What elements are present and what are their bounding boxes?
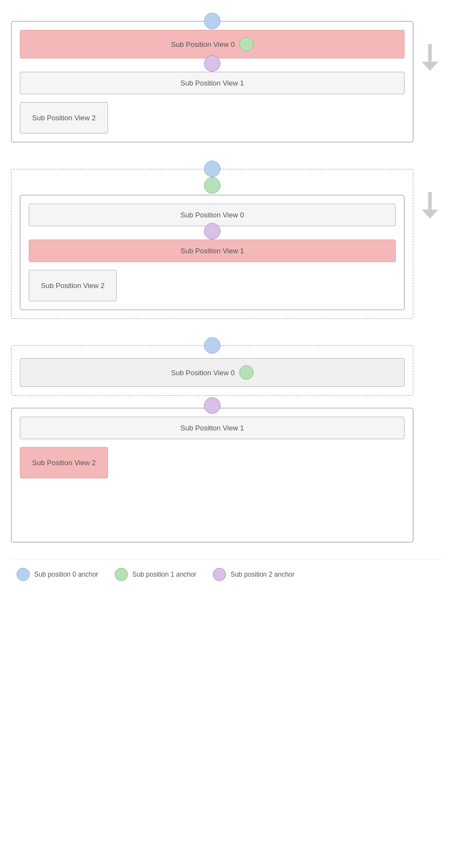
dashed-box-2: Sub Position View 0 Sub Position View 1 [11,169,413,319]
sub-view-2-3: Sub Position View 2 [20,447,108,478]
legend-circle-purple [213,568,226,581]
legend-circle-blue [17,568,30,581]
view0-text-3: Sub Position View 0 [171,369,234,377]
view0-text-2: Sub Position View 0 [180,211,244,219]
arrow-down-1 [419,44,441,72]
legend-item-2: Sub position 2 anchor [213,568,294,581]
anchor-purple-wrap-2 [29,231,396,237]
anchor-purple-spacer-3 [11,396,413,406]
view2-text-3: Sub Position View 2 [32,459,95,467]
green-anchor-spacer-2 [20,182,405,191]
inner-solid-box-2: Sub Position View 0 Sub Position View 1 [20,195,405,310]
view1-text-3: Sub Position View 1 [180,424,244,432]
top-spacer-2 [11,159,413,169]
legend-circle-green [115,568,128,581]
page-container: Sub Position View 0 Sub Position View 1 … [11,11,441,589]
legend-label-2: Sub position 2 anchor [230,571,294,578]
diagram-section-3: Sub Position View 0 Sub Position View 1 [11,336,441,542]
anchor-purple-2 [204,223,220,239]
view2-text-2: Sub Position View 2 [41,281,104,290]
anchor-green-inline-3 [239,365,254,380]
svg-marker-3 [422,210,438,219]
svg-marker-1 [422,62,438,71]
diagram-wrapper-2: Sub Position View 0 Sub Position View 1 [11,159,413,319]
sub-view-2-2: Sub Position View 2 [29,270,117,301]
legend-item-0: Sub position 0 anchor [17,568,98,581]
view1-text-2: Sub Position View 1 [180,247,244,255]
anchor-blue-3 [204,337,220,354]
sub-view-0-3: Sub Position View 0 [20,358,405,387]
svg-rect-0 [428,44,432,62]
legend-label-0: Sub position 0 anchor [34,571,98,578]
top-spacer-3 [11,336,413,345]
sub-view-1-2: Sub Position View 1 [29,239,396,262]
svg-rect-2 [428,192,432,210]
top-spacer-1 [11,11,413,21]
arrow-icon-1 [420,44,440,72]
anchor-blue-2 [204,161,220,177]
view0-label-row-1: Sub Position View 0 [27,37,397,51]
dashed-outer-2: Sub Position View 0 Sub Position View 1 [11,159,413,319]
anchor-green-2 [204,177,220,194]
anchor-green-inline-1 [239,37,254,51]
legend: Sub position 0 anchor Sub position 1 anc… [11,559,441,589]
arrow-down-2 [419,192,441,220]
view0-wrap-1: Sub Position View 0 [20,30,405,58]
sub-view-2-1: Sub Position View 2 [20,102,108,134]
diagram-section-2: Sub Position View 0 Sub Position View 1 [11,159,441,319]
diagram-wrapper-3: Sub Position View 0 Sub Position View 1 [11,336,413,542]
dashed-outer-3: Sub Position View 0 [11,336,413,396]
diagram-wrapper-1: Sub Position View 0 Sub Position View 1 … [11,11,413,142]
arrow-icon-2 [420,192,440,220]
bottom-spacer-3 [20,478,405,534]
anchor-purple-3 [204,397,220,414]
view1-text-1: Sub Position View 1 [180,79,244,87]
view2-text-1: Sub Position View 2 [32,114,95,122]
legend-label-1: Sub position 1 anchor [132,571,196,578]
view0-text-1: Sub Position View 0 [171,40,234,49]
legend-item-1: Sub position 1 anchor [115,568,196,581]
diagram-section-1: Sub Position View 0 Sub Position View 1 … [11,11,441,142]
anchor-purple-wrap-1 [20,63,405,70]
inner-solid-box-3: Sub Position View 1 Sub Position View 2 [11,408,413,542]
anchor-blue-1 [204,13,220,29]
anchor-purple-1 [204,55,220,72]
sub-view-0-1: Sub Position View 0 [20,30,405,58]
sub-view-1-3: Sub Position View 1 [20,417,405,439]
sub-view-1-1: Sub Position View 1 [20,72,405,94]
view0-label-row-3: Sub Position View 0 [27,365,397,380]
outer-box-1: Sub Position View 0 Sub Position View 1 … [11,21,413,142]
